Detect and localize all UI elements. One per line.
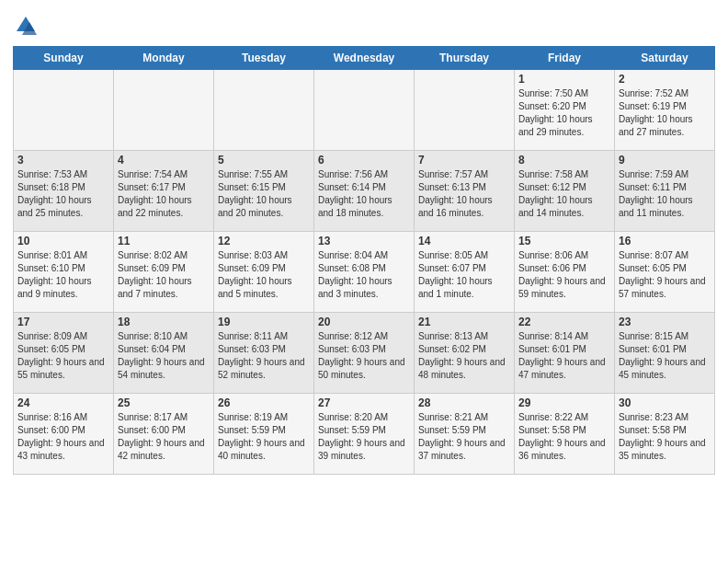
calendar-week-row: 10Sunrise: 8:01 AM Sunset: 6:10 PM Dayli… (14, 232, 715, 313)
day-number: 1 (518, 73, 610, 86)
day-info: Sunrise: 7:52 AM Sunset: 6:19 PM Dayligh… (619, 87, 711, 139)
day-info: Sunrise: 7:50 AM Sunset: 6:20 PM Dayligh… (518, 87, 610, 139)
day-number: 12 (218, 235, 310, 247)
calendar-cell: 3Sunrise: 7:53 AM Sunset: 6:18 PM Daylig… (14, 151, 114, 232)
calendar-cell: 10Sunrise: 8:01 AM Sunset: 6:10 PM Dayli… (14, 232, 114, 313)
day-number: 14 (418, 235, 510, 247)
day-info: Sunrise: 8:07 AM Sunset: 6:05 PM Dayligh… (619, 249, 711, 301)
calendar-cell: 21Sunrise: 8:13 AM Sunset: 6:02 PM Dayli… (415, 313, 515, 394)
day-info: Sunrise: 7:56 AM Sunset: 6:14 PM Dayligh… (318, 168, 410, 220)
calendar-body: 1Sunrise: 7:50 AM Sunset: 6:20 PM Daylig… (14, 70, 715, 475)
day-number: 6 (318, 154, 410, 167)
day-info: Sunrise: 8:15 AM Sunset: 6:01 PM Dayligh… (619, 330, 711, 382)
calendar-cell (415, 70, 515, 151)
calendar-cell: 17Sunrise: 8:09 AM Sunset: 6:05 PM Dayli… (14, 313, 114, 394)
calendar-cell: 9Sunrise: 7:59 AM Sunset: 6:11 PM Daylig… (615, 151, 715, 232)
weekday-header-thursday: Thursday (415, 47, 515, 70)
day-number: 10 (17, 235, 109, 247)
day-info: Sunrise: 7:57 AM Sunset: 6:13 PM Dayligh… (418, 168, 510, 220)
day-info: Sunrise: 7:55 AM Sunset: 6:15 PM Dayligh… (218, 168, 310, 220)
calendar-week-row: 1Sunrise: 7:50 AM Sunset: 6:20 PM Daylig… (14, 70, 715, 151)
calendar-cell (114, 70, 214, 151)
calendar-cell: 22Sunrise: 8:14 AM Sunset: 6:01 PM Dayli… (515, 313, 615, 394)
weekday-header-friday: Friday (515, 47, 615, 70)
calendar-cell: 23Sunrise: 8:15 AM Sunset: 6:01 PM Dayli… (615, 313, 715, 394)
day-number: 29 (518, 396, 610, 409)
day-number: 17 (17, 316, 109, 328)
calendar-cell: 29Sunrise: 8:22 AM Sunset: 5:58 PM Dayli… (515, 394, 615, 475)
day-number: 24 (17, 396, 109, 409)
weekday-header-wednesday: Wednesday (314, 47, 415, 70)
calendar-cell: 11Sunrise: 8:02 AM Sunset: 6:09 PM Dayli… (114, 232, 214, 313)
day-number: 19 (218, 316, 310, 328)
day-number: 30 (619, 396, 711, 409)
day-number: 27 (318, 396, 410, 409)
day-info: Sunrise: 8:01 AM Sunset: 6:10 PM Dayligh… (17, 249, 109, 301)
weekday-header-sunday: Sunday (14, 47, 114, 70)
day-info: Sunrise: 8:20 AM Sunset: 5:59 PM Dayligh… (318, 411, 410, 463)
day-info: Sunrise: 8:16 AM Sunset: 6:00 PM Dayligh… (17, 411, 109, 463)
day-number: 25 (118, 396, 210, 409)
calendar-cell: 2Sunrise: 7:52 AM Sunset: 6:19 PM Daylig… (615, 70, 715, 151)
calendar-cell: 19Sunrise: 8:11 AM Sunset: 6:03 PM Dayli… (214, 313, 314, 394)
day-info: Sunrise: 8:06 AM Sunset: 6:06 PM Dayligh… (518, 249, 610, 301)
day-number: 16 (619, 235, 711, 247)
day-number: 8 (518, 154, 610, 167)
day-info: Sunrise: 8:02 AM Sunset: 6:09 PM Dayligh… (118, 249, 210, 301)
day-number: 5 (218, 154, 310, 167)
day-number: 7 (418, 154, 510, 167)
day-number: 11 (118, 235, 210, 247)
calendar-cell: 1Sunrise: 7:50 AM Sunset: 6:20 PM Daylig… (515, 70, 615, 151)
day-number: 4 (118, 154, 210, 167)
calendar-cell: 27Sunrise: 8:20 AM Sunset: 5:59 PM Dayli… (314, 394, 415, 475)
day-info: Sunrise: 8:17 AM Sunset: 6:00 PM Dayligh… (118, 411, 210, 463)
day-number: 15 (518, 235, 610, 247)
day-number: 18 (118, 316, 210, 328)
day-info: Sunrise: 7:59 AM Sunset: 6:11 PM Dayligh… (619, 168, 711, 220)
calendar-cell (14, 70, 114, 151)
calendar-cell: 15Sunrise: 8:06 AM Sunset: 6:06 PM Dayli… (515, 232, 615, 313)
day-info: Sunrise: 8:04 AM Sunset: 6:08 PM Dayligh… (318, 249, 410, 301)
day-info: Sunrise: 8:05 AM Sunset: 6:07 PM Dayligh… (418, 249, 510, 301)
day-info: Sunrise: 8:11 AM Sunset: 6:03 PM Dayligh… (218, 330, 310, 382)
day-number: 20 (318, 316, 410, 328)
calendar-cell: 8Sunrise: 7:58 AM Sunset: 6:12 PM Daylig… (515, 151, 615, 232)
calendar-cell: 13Sunrise: 8:04 AM Sunset: 6:08 PM Dayli… (314, 232, 415, 313)
calendar-cell: 24Sunrise: 8:16 AM Sunset: 6:00 PM Dayli… (14, 394, 114, 475)
calendar-cell: 28Sunrise: 8:21 AM Sunset: 5:59 PM Dayli… (415, 394, 515, 475)
calendar-cell: 6Sunrise: 7:56 AM Sunset: 6:14 PM Daylig… (314, 151, 415, 232)
calendar-cell (214, 70, 314, 151)
calendar-cell: 7Sunrise: 7:57 AM Sunset: 6:13 PM Daylig… (415, 151, 515, 232)
calendar-cell: 16Sunrise: 8:07 AM Sunset: 6:05 PM Dayli… (615, 232, 715, 313)
day-number: 26 (218, 396, 310, 409)
day-number: 2 (619, 73, 711, 86)
day-info: Sunrise: 8:19 AM Sunset: 5:59 PM Dayligh… (218, 411, 310, 463)
day-info: Sunrise: 8:03 AM Sunset: 6:09 PM Dayligh… (218, 249, 310, 301)
calendar-cell: 25Sunrise: 8:17 AM Sunset: 6:00 PM Dayli… (114, 394, 214, 475)
page: SundayMondayTuesdayWednesdayThursdayFrid… (0, 0, 728, 484)
calendar-table: SundayMondayTuesdayWednesdayThursdayFrid… (13, 46, 715, 475)
calendar-cell (314, 70, 415, 151)
day-info: Sunrise: 8:10 AM Sunset: 6:04 PM Dayligh… (118, 330, 210, 382)
day-info: Sunrise: 7:58 AM Sunset: 6:12 PM Dayligh… (518, 168, 610, 220)
day-info: Sunrise: 8:14 AM Sunset: 6:01 PM Dayligh… (518, 330, 610, 382)
weekday-header-tuesday: Tuesday (214, 47, 314, 70)
calendar-cell: 14Sunrise: 8:05 AM Sunset: 6:07 PM Dayli… (415, 232, 515, 313)
day-info: Sunrise: 8:22 AM Sunset: 5:58 PM Dayligh… (518, 411, 610, 463)
day-number: 28 (418, 396, 510, 409)
calendar-week-row: 24Sunrise: 8:16 AM Sunset: 6:00 PM Dayli… (14, 394, 715, 475)
day-info: Sunrise: 7:53 AM Sunset: 6:18 PM Dayligh… (17, 168, 109, 220)
logo-icon (13, 13, 39, 39)
weekday-header-saturday: Saturday (615, 47, 715, 70)
calendar-cell: 5Sunrise: 7:55 AM Sunset: 6:15 PM Daylig… (214, 151, 314, 232)
calendar-cell: 18Sunrise: 8:10 AM Sunset: 6:04 PM Dayli… (114, 313, 214, 394)
day-number: 22 (518, 316, 610, 328)
day-info: Sunrise: 8:23 AM Sunset: 5:58 PM Dayligh… (619, 411, 711, 463)
day-info: Sunrise: 8:12 AM Sunset: 6:03 PM Dayligh… (318, 330, 410, 382)
day-info: Sunrise: 8:13 AM Sunset: 6:02 PM Dayligh… (418, 330, 510, 382)
calendar-cell: 4Sunrise: 7:54 AM Sunset: 6:17 PM Daylig… (114, 151, 214, 232)
weekday-header-monday: Monday (114, 47, 214, 70)
logo (13, 13, 42, 39)
day-number: 21 (418, 316, 510, 328)
calendar-cell: 30Sunrise: 8:23 AM Sunset: 5:58 PM Dayli… (615, 394, 715, 475)
